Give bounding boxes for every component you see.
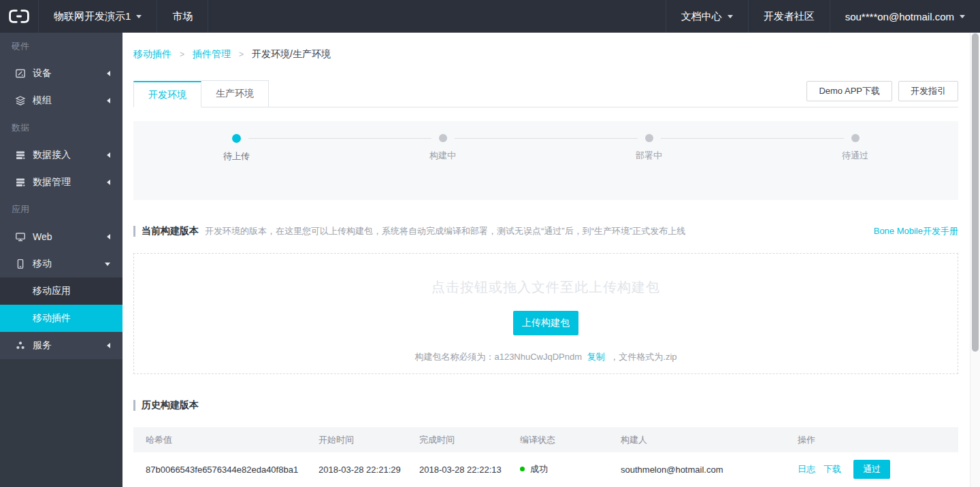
- step-waiting-upload: 待上传: [133, 121, 340, 200]
- cell-start-time: 2018-03-28 22:21:29: [306, 452, 407, 487]
- user-account-menu[interactable]: sou****on@hotmail.com: [830, 0, 980, 33]
- col-compile-status: 编译状态: [508, 427, 608, 452]
- chevron-left-icon: [107, 152, 110, 158]
- chevron-left-icon: [107, 71, 110, 76]
- database-icon: [15, 150, 26, 161]
- step-connector: [661, 138, 844, 139]
- sidebar-section-app: 应用: [0, 196, 122, 223]
- sidebar-item-mobile-app[interactable]: 移动应用: [0, 278, 122, 305]
- download-link[interactable]: 下载: [823, 464, 841, 474]
- sidebar-item-service[interactable]: 服务: [0, 332, 122, 359]
- service-icon: [15, 340, 26, 351]
- col-finish-time: 完成时间: [407, 427, 508, 452]
- col-builder: 构建人: [608, 427, 785, 452]
- user-email: sou****on@hotmail.com: [845, 11, 954, 22]
- nav-divider: [208, 0, 208, 33]
- chevron-left-icon: [107, 343, 110, 348]
- web-icon: [15, 231, 26, 242]
- sidebar-filler: [0, 359, 122, 487]
- chevron-down-icon: [136, 15, 142, 18]
- sidebar-section-hardware: 硬件: [0, 33, 122, 60]
- chevron-left-icon: [107, 180, 110, 185]
- bone-mobile-manual-link[interactable]: Bone Mobile开发手册: [874, 225, 958, 237]
- copy-link[interactable]: 复制: [587, 352, 605, 362]
- col-operations: 操作: [785, 427, 958, 452]
- upload-name-rule: 构建包名称必须为：a123NhuCwJqDPndm 复制 ，文件格式为.zip: [134, 351, 958, 363]
- top-navbar: 物联网开发演示1 市场 文档中心 开发者社区 sou****on@hotmail…: [0, 0, 980, 33]
- current-build-title: 当前构建版本: [142, 225, 199, 237]
- breadcrumb-current: 开发环境/生产环境: [252, 48, 331, 61]
- nav-doc-center[interactable]: 文档中心: [666, 0, 748, 33]
- history-table: 哈希值 开始时间 完成时间 编译状态 构建人 操作 87b0066543fe65…: [133, 427, 958, 487]
- build-stepper: 待上传 构建中 部署中 待通过: [133, 121, 958, 200]
- chevron-down-icon: [728, 15, 733, 18]
- step-dot: [851, 134, 860, 142]
- table-header-row: 哈希值 开始时间 完成时间 编译状态 构建人 操作: [133, 427, 958, 452]
- upload-dropzone[interactable]: 点击按钮或拖入文件至此上传构建包 上传构建包 构建包名称必须为：a123NhuC…: [133, 253, 958, 374]
- breadcrumb-mobile-plugin[interactable]: 移动插件: [133, 48, 172, 61]
- main-content: 移动插件 > 插件管理 > 开发环境/生产环境 开发环境 生产环境 Demo A…: [122, 33, 980, 487]
- step-dot: [645, 134, 653, 142]
- scrollbar-thumb[interactable]: [972, 33, 979, 352]
- breadcrumb-separator: >: [180, 50, 184, 59]
- history-section-header: 历史构建版本: [133, 399, 958, 412]
- step-dot: [439, 134, 447, 142]
- cell-status: 成功: [508, 452, 608, 487]
- tab-dev-env[interactable]: 开发环境: [133, 81, 201, 107]
- step-building: 构建中: [340, 121, 546, 200]
- step-waiting-pass: 待通过: [752, 121, 958, 200]
- col-start-time: 开始时间: [306, 427, 407, 452]
- project-switcher[interactable]: 物联网开发演示1: [38, 0, 157, 33]
- sidebar-item-data-access[interactable]: 数据接入: [0, 141, 122, 169]
- cell-operations: 日志下载通过: [785, 452, 958, 487]
- tab-prod-env[interactable]: 生产环境: [201, 80, 269, 107]
- database-icon: [15, 177, 26, 188]
- cell-builder: southmelon@hotmail.com: [608, 452, 785, 487]
- chevron-left-icon: [107, 234, 110, 239]
- cell-finish-time: 2018-03-28 22:22:13: [407, 452, 508, 487]
- chevron-down-icon: [105, 263, 110, 266]
- log-link[interactable]: 日志: [798, 464, 815, 474]
- cell-hash: 87b0066543fe6576344e82eda40f8ba1: [133, 452, 306, 487]
- sidebar-item-device[interactable]: 设备: [0, 60, 122, 87]
- demo-app-download-button[interactable]: Demo APP下载: [806, 81, 892, 101]
- bone-logo-icon[interactable]: [0, 0, 38, 33]
- device-icon: [15, 68, 26, 79]
- pass-button[interactable]: 通过: [853, 460, 890, 479]
- sidebar-item-data-manage[interactable]: 数据管理: [0, 169, 122, 196]
- upload-package-button[interactable]: 上传构建包: [513, 311, 578, 335]
- sidebar-item-mobile[interactable]: 移动: [0, 250, 122, 278]
- dev-guide-button[interactable]: 开发指引: [898, 81, 958, 101]
- module-icon: [15, 95, 26, 106]
- col-hash: 哈希值: [133, 427, 306, 452]
- step-deploying: 部署中: [546, 121, 752, 200]
- nav-dev-community[interactable]: 开发者社区: [748, 0, 830, 33]
- step-dot-active: [232, 134, 241, 143]
- upload-hint: 点击按钮或拖入文件至此上传构建包: [134, 254, 958, 297]
- section-bar: [133, 400, 135, 411]
- sidebar-item-mobile-plugin[interactable]: 移动插件: [0, 305, 122, 332]
- current-build-section-header: 当前构建版本 开发环境的版本，在这里您可以上传构建包，系统将自动完成编译和部署，…: [133, 225, 958, 237]
- project-name: 物联网开发演示1: [54, 10, 131, 23]
- chevron-down-icon: [960, 15, 965, 18]
- breadcrumb: 移动插件 > 插件管理 > 开发环境/生产环境: [133, 33, 958, 61]
- success-dot-icon: [520, 467, 525, 471]
- breadcrumb-plugin-manage[interactable]: 插件管理: [193, 48, 231, 61]
- current-build-desc: 开发环境的版本，在这里您可以上传构建包，系统将自动完成编译和部署，测试无误点“通…: [205, 225, 685, 237]
- nav-market[interactable]: 市场: [157, 0, 208, 33]
- step-connector: [455, 138, 638, 139]
- sidebar-item-web[interactable]: Web: [0, 223, 122, 250]
- env-tabbar: 开发环境 生产环境 Demo APP下载 开发指引: [133, 81, 958, 107]
- mobile-icon: [15, 258, 26, 269]
- vertical-scrollbar: [970, 33, 980, 487]
- history-title: 历史构建版本: [142, 399, 199, 412]
- breadcrumb-separator: >: [239, 50, 244, 59]
- step-connector: [248, 138, 431, 139]
- sidebar-item-module[interactable]: 模组: [0, 87, 122, 114]
- sidebar: 硬件 设备 模组 数据: [0, 33, 122, 487]
- chevron-left-icon: [107, 98, 110, 103]
- table-row: 87b0066543fe6576344e82eda40f8ba1 2018-03…: [133, 452, 958, 487]
- section-bar: [133, 226, 135, 237]
- sidebar-section-data: 数据: [0, 114, 122, 141]
